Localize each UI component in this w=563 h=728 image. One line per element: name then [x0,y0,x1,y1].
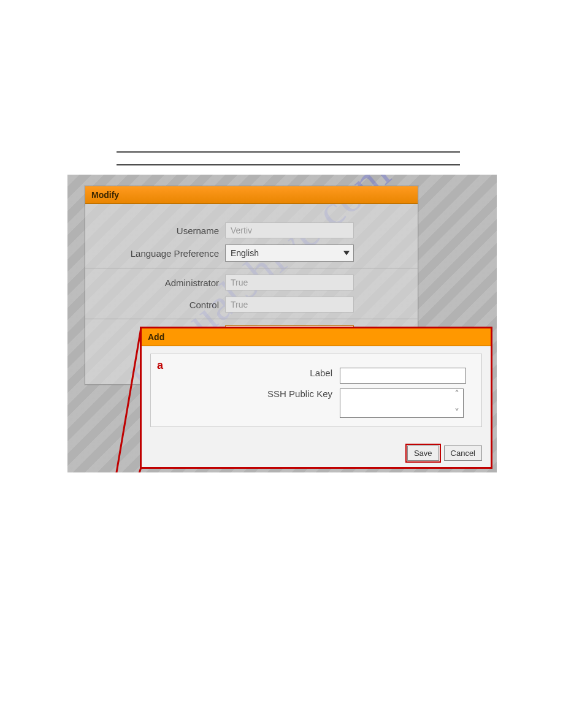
ssh-textarea[interactable]: ˄ ˅ [340,389,464,418]
username-label: Username [96,226,225,236]
horizontal-rule [117,151,460,153]
language-label: Language Preference [96,248,225,259]
language-row: Language Preference English [96,245,407,262]
control-row: Control [96,297,407,313]
save-button[interactable]: Save [407,446,439,461]
modify-panel-title: Modify [85,186,418,204]
chevron-down-icon [343,251,350,256]
add-popup: Add a Label SSH Public Key ˄ ˅ b Save Ca… [140,327,492,469]
divider [85,268,418,268]
admin-input[interactable] [225,275,354,290]
label-field-label: Label [161,368,340,378]
horizontal-rule [117,164,460,165]
add-popup-title: Add [142,328,491,346]
cancel-button[interactable]: Cancel [444,446,482,461]
admin-label: Administrator [96,278,225,288]
control-input[interactable] [225,297,354,313]
divider [85,319,418,319]
annotation-a: a [157,359,163,372]
ssh-row: SSH Public Key ˄ ˅ [161,389,472,418]
svg-line-3 [113,468,141,472]
username-row: Username [96,222,407,238]
label-input[interactable] [340,368,466,384]
scroll-up-icon[interactable]: ˄ [453,390,461,398]
scroll-down-icon[interactable]: ˅ [453,409,461,416]
add-popup-body: a Label SSH Public Key ˄ ˅ [150,354,482,427]
ssh-label: SSH Public Key [161,389,340,399]
language-value: English [231,248,259,258]
username-input[interactable] [225,222,354,238]
screenshot-frame: manualshive.com Modify Username Language… [67,175,497,472]
control-label: Control [96,300,225,310]
admin-row: Administrator [96,275,407,290]
language-select[interactable]: English [225,245,354,262]
button-row: Save Cancel [407,446,482,461]
label-row: Label [161,368,472,384]
